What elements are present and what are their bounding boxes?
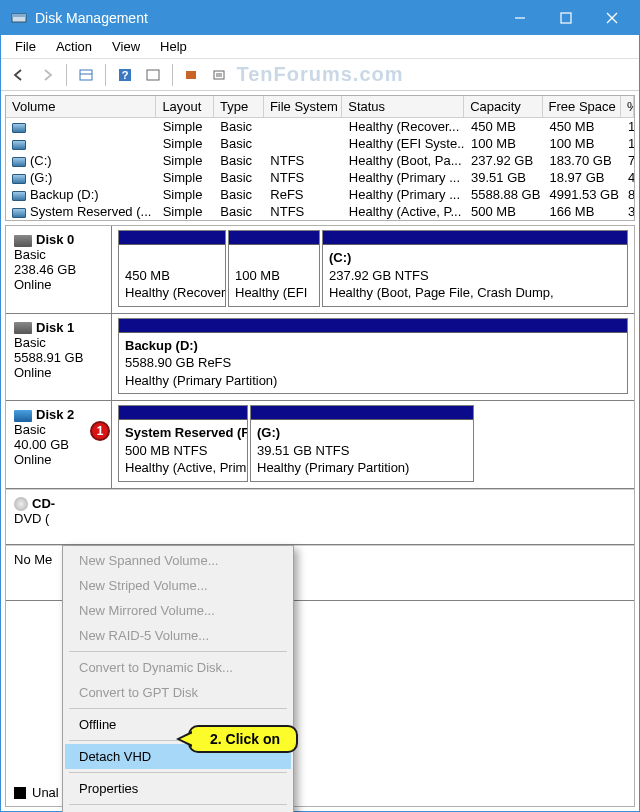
col-type[interactable]: Type (214, 96, 264, 117)
maximize-button[interactable] (543, 1, 589, 35)
col-volume[interactable]: Volume (6, 96, 156, 117)
settings-button[interactable] (180, 63, 204, 87)
annotation-step-1: 1 (90, 421, 110, 441)
ctx-convert-gpt: Convert to GPT Disk (65, 680, 291, 705)
vhd-disk-icon (14, 410, 32, 422)
legend-swatch (14, 787, 26, 799)
toolbar-separator (66, 64, 67, 86)
volume-row[interactable]: (G:)SimpleBasicNTFSHealthy (Primary ...3… (6, 169, 634, 186)
titlebar[interactable]: Disk Management (1, 1, 639, 35)
toolbar-separator (172, 64, 173, 86)
disk0-partition-1[interactable]: 100 MBHealthy (EFI (228, 230, 320, 307)
refresh-button[interactable] (141, 63, 165, 87)
ctx-separator (69, 804, 287, 805)
context-menu[interactable]: New Spanned Volume... New Striped Volume… (62, 545, 294, 812)
menu-action[interactable]: Action (46, 37, 102, 56)
ctx-properties[interactable]: Properties (65, 776, 291, 801)
svg-rect-3 (561, 13, 571, 23)
partition-stripe (251, 406, 473, 420)
disk1-partition-backup[interactable]: Backup (D:)5588.90 GB ReFSHealthy (Prima… (118, 318, 628, 395)
view-top-button[interactable] (74, 63, 98, 87)
disk-0-label[interactable]: Disk 0 Basic 238.46 GB Online (6, 226, 112, 313)
disk0-partition-c[interactable]: (C:)237.92 GB NTFSHealthy (Boot, Page Fi… (322, 230, 628, 307)
minimize-button[interactable] (497, 1, 543, 35)
menu-file[interactable]: File (5, 37, 46, 56)
menubar: File Action View Help (1, 35, 639, 59)
disk-row-1[interactable]: Disk 1 Basic 5588.91 GB Online Backup (D… (6, 314, 634, 402)
app-icon (11, 10, 27, 26)
svg-rect-11 (186, 71, 196, 79)
col-free[interactable]: Free Space (543, 96, 621, 117)
volume-icon (12, 174, 26, 184)
ctx-new-mirrored: New Mirrored Volume... (65, 598, 291, 623)
partition-stripe (119, 406, 247, 420)
ctx-separator (69, 708, 287, 709)
cdrom-row[interactable]: CD- DVD ( (6, 489, 634, 545)
disk-row-0[interactable]: Disk 0 Basic 238.46 GB Online 450 MBHeal… (6, 226, 634, 314)
window-title: Disk Management (35, 10, 497, 26)
cdrom-label[interactable]: CD- DVD ( (6, 490, 112, 544)
volume-row[interactable]: System Reserved (...SimpleBasicNTFSHealt… (6, 203, 634, 220)
volume-icon (12, 140, 26, 150)
volume-row[interactable]: SimpleBasicHealthy (EFI Syste...100 MB10… (6, 135, 634, 152)
disk2-partition-g[interactable]: (G:)39.51 GB NTFSHealthy (Primary Partit… (250, 405, 474, 482)
svg-rect-6 (80, 70, 92, 80)
volume-icon (12, 208, 26, 218)
close-button[interactable] (589, 1, 635, 35)
volume-row[interactable]: (C:)SimpleBasicNTFSHealthy (Boot, Pa...2… (6, 152, 634, 169)
disk0-partition-0[interactable]: 450 MBHealthy (Recover (118, 230, 226, 307)
volume-list-header[interactable]: Volume Layout Type File System Status Ca… (6, 96, 634, 118)
volume-row[interactable]: Backup (D:)SimpleBasicReFSHealthy (Prima… (6, 186, 634, 203)
disk-icon (14, 235, 32, 247)
ctx-convert-dynamic: Convert to Dynamic Disk... (65, 655, 291, 680)
disk-2-label[interactable]: Disk 2 Basic 40.00 GB Online (6, 401, 112, 488)
svg-rect-1 (12, 14, 26, 17)
ctx-separator (69, 651, 287, 652)
col-capacity[interactable]: Capacity (464, 96, 542, 117)
col-filesystem[interactable]: File System (264, 96, 342, 117)
partition-stripe (119, 319, 627, 333)
help-button[interactable]: ? (113, 63, 137, 87)
svg-rect-10 (147, 70, 159, 80)
back-button[interactable] (7, 63, 31, 87)
volume-icon (12, 157, 26, 167)
partition-stripe (119, 231, 225, 245)
ctx-new-striped: New Striped Volume... (65, 573, 291, 598)
ctx-new-raid5: New RAID-5 Volume... (65, 623, 291, 648)
forward-button[interactable] (35, 63, 59, 87)
ctx-help[interactable]: Help (65, 808, 291, 812)
col-layout[interactable]: Layout (156, 96, 214, 117)
disk-1-label[interactable]: Disk 1 Basic 5588.91 GB Online (6, 314, 112, 401)
legend-unallocated: Unal (14, 785, 59, 800)
menu-help[interactable]: Help (150, 37, 197, 56)
ctx-separator (69, 772, 287, 773)
volume-row[interactable]: SimpleBasicHealthy (Recover...450 MB450 … (6, 118, 634, 135)
annotation-step-2: 2. Click on (188, 725, 298, 753)
cd-icon (14, 497, 28, 511)
volume-list[interactable]: Volume Layout Type File System Status Ca… (5, 95, 635, 221)
volume-icon (12, 191, 26, 201)
disk-row-2[interactable]: Disk 2 Basic 40.00 GB Online System Rese… (6, 401, 634, 489)
toolbar-separator (105, 64, 106, 86)
col-pctfree[interactable]: % Free (621, 96, 634, 117)
partition-stripe (323, 231, 627, 245)
ctx-new-spanned: New Spanned Volume... (65, 548, 291, 573)
volume-icon (12, 123, 26, 133)
disk-icon (14, 322, 32, 334)
partition-stripe (229, 231, 319, 245)
col-status[interactable]: Status (342, 96, 464, 117)
toolbar: ? TenForums.com (1, 59, 639, 91)
properties-button[interactable] (208, 63, 232, 87)
menu-view[interactable]: View (102, 37, 150, 56)
svg-rect-12 (214, 71, 224, 79)
svg-text:?: ? (122, 69, 129, 81)
disk2-partition-sysreserved[interactable]: System Reserved (F500 MB NTFSHealthy (Ac… (118, 405, 248, 482)
